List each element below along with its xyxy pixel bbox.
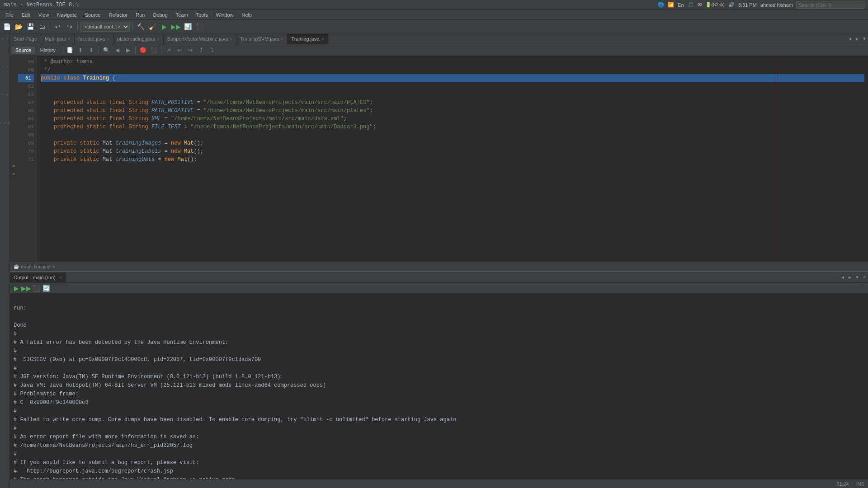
code-editor[interactable]: ⚠ ⚠ 59 60 61 62 63 64 65 66 67 68 69 70 … — [10, 56, 868, 261]
volume-icon: 🔊 — [728, 2, 735, 8]
source-button[interactable]: Source — [12, 47, 35, 54]
output-debug-btn[interactable]: ▶▶ — [22, 284, 31, 293]
extra-btn-1[interactable]: ↗ — [164, 46, 173, 55]
editor-area: Start Page Main.java × facedet.java × pl… — [10, 33, 868, 488]
user-name: ahmed hisham — [760, 2, 793, 8]
clean-build-button[interactable]: 🧹 — [147, 22, 157, 32]
output-tab-main-run[interactable]: Output - main (run) × — [10, 272, 66, 282]
find-btn[interactable]: 🔍 — [102, 46, 111, 55]
out-hash-4: # — [14, 408, 17, 414]
sidebar-navigator[interactable]: Nav — [1, 119, 9, 127]
ln-71: 71 — [18, 155, 34, 164]
code-text[interactable]: * @author tomna */ public class Training… — [37, 56, 868, 261]
extra-btn-4[interactable]: ⤴ — [197, 46, 206, 55]
history-button[interactable]: History — [37, 47, 59, 54]
output-scroll-left[interactable]: ◀ — [839, 272, 846, 282]
menu-tools[interactable]: Tools — [193, 11, 212, 19]
tabs-scroll-left[interactable]: ◀ — [846, 34, 854, 44]
toggle-breakpoint-btn[interactable]: 🔴 — [138, 46, 147, 55]
main-layout: Proj File Serv Nav Start Page Main.java … — [0, 33, 868, 488]
extra-btn-2[interactable]: ↩ — [175, 46, 184, 55]
toggle-bookmarks-btn[interactable]: 📑 — [65, 46, 74, 55]
breadcrumb-path[interactable]: main.Training > — [21, 264, 55, 269]
save-all-button[interactable]: 🗂 — [37, 22, 47, 32]
tab-start-page[interactable]: Start Page — [10, 34, 41, 44]
menu-help[interactable]: Help — [238, 11, 256, 19]
tabs-dropdown[interactable]: ▼ — [861, 34, 868, 44]
out-log-path: # /home/tomna/NetBeansProjects/main/hs_e… — [14, 442, 193, 449]
menu-window[interactable]: Window — [212, 11, 237, 19]
out-done: Done — [14, 322, 27, 328]
prev-occurrence-btn[interactable]: ◀ — [113, 46, 122, 55]
output-run-btn[interactable]: ▶ — [12, 284, 21, 293]
gutter-warning-1: ⚠ — [10, 162, 17, 169]
output-content[interactable]: run: Done # # A fatal error has been det… — [10, 294, 868, 479]
editor-tabs: Start Page Main.java × facedet.java × pl… — [10, 33, 868, 44]
menu-run[interactable]: Run — [132, 11, 148, 19]
tab-platereading[interactable]: platereading.java × — [113, 34, 164, 44]
tab-close-main[interactable]: × — [68, 37, 71, 42]
ln-59: 59 — [18, 58, 34, 66]
menu-navigate[interactable]: Navigate — [53, 11, 80, 19]
status-right: 61:24 INS — [836, 481, 864, 487]
out-problem-frame: # Problematic frame: — [14, 391, 79, 397]
undo-button[interactable]: ↩ — [53, 22, 63, 32]
gutter-warning-2: ⚠ — [10, 170, 17, 177]
output-scroll-right[interactable]: ▶ — [846, 272, 854, 282]
tab-facedet[interactable]: facedet.java × — [75, 34, 113, 44]
menu-debug[interactable]: Debug — [149, 11, 171, 19]
output-dropdown[interactable]: ▼ — [854, 272, 861, 282]
menu-team[interactable]: Team — [172, 11, 192, 19]
bluetooth-icon: 🎵 — [688, 2, 694, 8]
ln-61: 61 — [18, 74, 34, 82]
profile-button[interactable]: 📊 — [183, 22, 193, 32]
menu-source[interactable]: Source — [81, 11, 104, 19]
wifi-icon: 📶 — [668, 2, 674, 8]
build-button[interactable]: 🔨 — [136, 22, 146, 32]
run-button[interactable]: ▶ — [159, 22, 169, 32]
breadcrumb-icon: ☕ — [14, 264, 19, 269]
menu-edit[interactable]: Edit — [18, 11, 34, 19]
menu-file[interactable]: File — [2, 11, 17, 19]
sidebar-projects[interactable]: Proj — [1, 35, 9, 43]
title-text: main - NetBeans IDE 8.1 — [4, 2, 79, 8]
next-bookmark-btn[interactable]: ⬇ — [87, 46, 96, 55]
config-combo[interactable]: <default conf...> — [80, 22, 130, 32]
extra-btn-5[interactable]: ⤵ — [208, 46, 217, 55]
stop-button[interactable]: ⬛ — [194, 22, 204, 32]
open-button[interactable]: 📂 — [14, 22, 24, 32]
stop-btn[interactable]: ⬛ — [149, 46, 158, 55]
menu-refactor[interactable]: Refactor — [105, 11, 132, 19]
search-input[interactable] — [797, 1, 864, 9]
sidebar-files[interactable]: File — [1, 63, 9, 71]
tab-main-java[interactable]: Main.java × — [41, 34, 75, 44]
next-occurrence-btn[interactable]: ▶ — [123, 46, 132, 55]
output-tab-close[interactable]: × — [59, 275, 62, 280]
menu-view[interactable]: View — [35, 11, 53, 19]
tab-training[interactable]: Training.java × — [288, 34, 328, 44]
output-stop-btn[interactable]: ⬛ — [32, 284, 41, 293]
redo-button[interactable]: ↪ — [65, 22, 75, 32]
toolbar-sep-2 — [99, 46, 99, 54]
new-file-button[interactable]: 📄 — [2, 22, 12, 32]
tab-close-trainingsvm[interactable]: × — [281, 37, 284, 42]
out-jre-version: # JRE version: Java(TM) SE Runtime Envir… — [14, 374, 281, 380]
tab-close-training[interactable]: × — [321, 37, 324, 42]
ln-63: 63 — [18, 90, 34, 99]
debug-button[interactable]: ▶▶ — [171, 22, 181, 32]
out-hash-2: # — [14, 348, 17, 354]
tab-trainingsvm[interactable]: TrainingSVM.java × — [236, 34, 288, 44]
save-button[interactable]: 💾 — [25, 22, 35, 32]
extra-btn-3[interactable]: ↪ — [186, 46, 195, 55]
tab-close-facedet[interactable]: × — [107, 37, 109, 42]
out-submit-bug: # If you would like to submit a bug repo… — [14, 460, 199, 466]
tabs-scroll-right[interactable]: ▶ — [854, 34, 861, 44]
prev-bookmark-btn[interactable]: ⬆ — [76, 46, 85, 55]
tab-svm[interactable]: SupportVectorMachine.java × — [164, 34, 236, 44]
output-close-panel[interactable]: × — [861, 272, 868, 282]
sidebar-services[interactable]: Serv — [1, 91, 9, 99]
tab-close-platereading[interactable]: × — [157, 37, 160, 42]
output-rerun-btn[interactable]: 🔄 — [42, 284, 51, 293]
out-hash-1: # — [14, 331, 17, 337]
tab-close-svm[interactable]: × — [230, 37, 232, 42]
